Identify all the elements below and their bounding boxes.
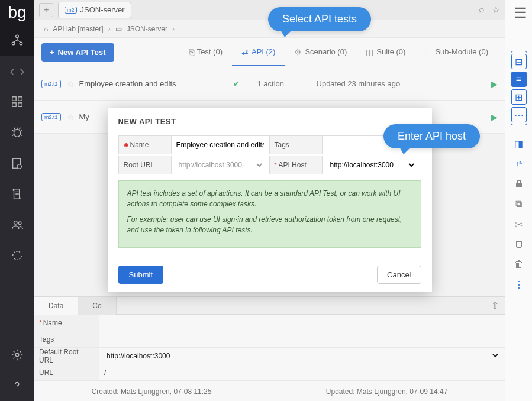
view-grid-icon[interactable]: ⊞	[511, 89, 527, 105]
svg-point-1	[12, 42, 15, 45]
paste-icon[interactable]: 📋︎	[511, 237, 527, 252]
field-label-root: Root URL	[118, 156, 172, 174]
lock-icon[interactable]: 🔒︎	[511, 176, 527, 192]
field-label-tags: Tags	[269, 135, 323, 154]
delete-icon[interactable]: 🗑︎	[511, 257, 527, 272]
field-label-name: ✱Name	[118, 135, 172, 154]
view-list-icon[interactable]: ≡	[511, 72, 527, 87]
cut-icon[interactable]: ✂︎	[511, 216, 527, 232]
left-rail: bg ‹ ›	[0, 0, 34, 401]
nav-arrows: ‹ ›	[0, 56, 34, 86]
bug-icon[interactable]	[0, 117, 34, 148]
help-icon[interactable]	[0, 370, 34, 401]
svg-point-12	[15, 353, 19, 357]
refresh-icon[interactable]	[0, 240, 34, 271]
nav-back-icon[interactable]: ‹	[7, 62, 17, 80]
submit-button[interactable]: Submit	[118, 266, 163, 284]
modal-name-input[interactable]	[176, 141, 264, 149]
bug-report-icon[interactable]	[0, 148, 34, 179]
panel-icon[interactable]: ◨	[511, 136, 527, 151]
copy-icon[interactable]: ⧉	[511, 196, 527, 212]
field-label-host: *API Host	[269, 156, 323, 174]
scroll-icon[interactable]	[0, 179, 34, 209]
modal-root-select[interactable]: http://localhost:3000	[176, 160, 264, 170]
right-rail: ☰ ⊟ ≡ ⊞ ⋯ ◨ ↑ª 🔒︎ ⧉ ✂︎ 📋︎ 🗑︎ ⋮	[505, 0, 532, 401]
modal-host-select[interactable]: http://localhost:3000	[328, 160, 416, 170]
modal-title: NEW API TEST	[108, 108, 432, 135]
callout-select-api: Select API tests	[268, 7, 371, 31]
apps-icon[interactable]	[0, 86, 34, 117]
view-dots-icon[interactable]: ⋯	[511, 107, 527, 122]
svg-rect-3	[12, 97, 16, 101]
logo[interactable]: bg	[0, 0, 34, 25]
modal-info: API test includes a set of api actions. …	[118, 180, 421, 248]
nav-forward-icon[interactable]: ›	[17, 62, 27, 80]
settings-icon[interactable]	[0, 339, 34, 370]
svg-point-9	[17, 164, 21, 169]
modal-overlay: NEW API TEST ✱Name Tags Root URL http://…	[34, 0, 505, 401]
view-tree-icon[interactable]: ⊟	[511, 54, 527, 69]
svg-rect-5	[12, 103, 16, 106]
svg-point-0	[16, 35, 19, 38]
svg-rect-6	[18, 103, 22, 106]
svg-point-10	[14, 221, 18, 225]
tree-icon[interactable]	[0, 25, 34, 56]
more-icon[interactable]: ⋮	[511, 277, 527, 292]
callout-enter-host: Enter API host	[383, 124, 480, 148]
svg-point-7	[14, 130, 21, 137]
svg-point-2	[20, 42, 22, 45]
sort-icon[interactable]: ↑ª	[511, 156, 527, 172]
cancel-button[interactable]: Cancel	[377, 266, 421, 284]
users-icon[interactable]	[0, 209, 34, 240]
svg-point-11	[18, 222, 21, 225]
menu-icon[interactable]: ☰	[514, 5, 527, 21]
svg-rect-4	[18, 97, 22, 101]
